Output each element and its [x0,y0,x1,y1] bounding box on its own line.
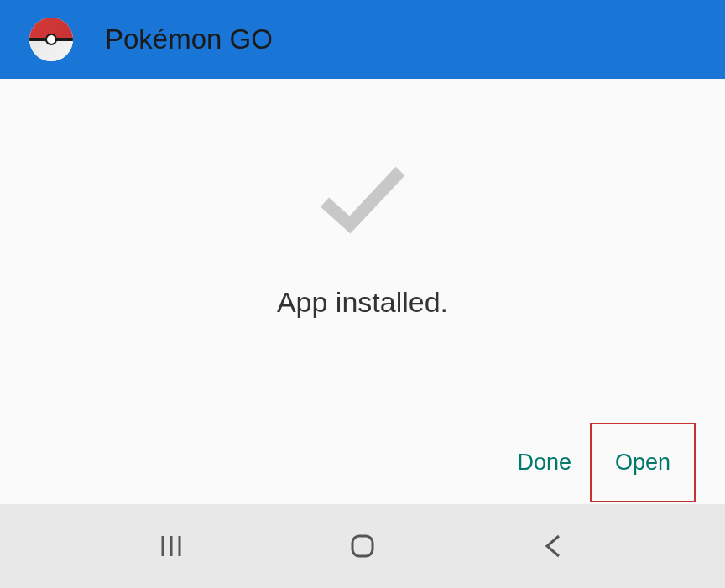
home-button[interactable] [329,521,396,571]
back-button[interactable] [520,521,587,571]
app-header: Pokémon GO [0,0,725,79]
pokeball-icon [29,18,73,61]
open-button[interactable]: Open [598,424,687,501]
install-content: App installed. Done Open [0,79,725,504]
svg-rect-3 [352,536,373,556]
navigation-bar [0,504,725,588]
action-buttons: Done Open [498,420,696,504]
recents-icon [156,531,186,561]
install-status-text: App installed. [277,286,448,319]
open-button-highlight: Open [590,423,696,502]
home-icon [347,531,378,561]
app-title: Pokémon GO [105,23,273,55]
back-icon [539,531,569,561]
recents-button[interactable] [138,521,205,571]
done-button[interactable]: Done [498,424,590,501]
checkmark-icon [312,156,413,240]
